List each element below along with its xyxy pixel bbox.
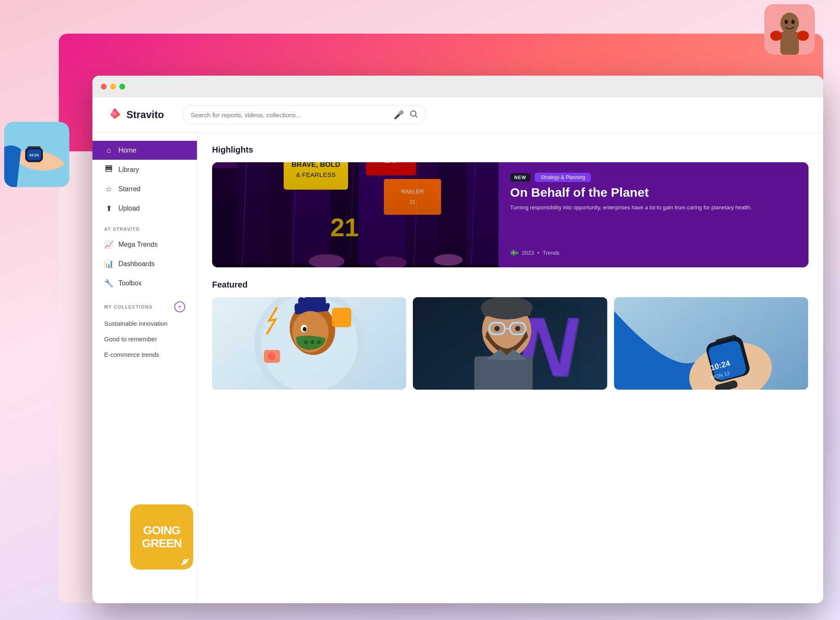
smartwatch-illustration: 10:24 (4, 122, 69, 187)
mac-browser-window: Stravito 🎤 (92, 76, 823, 603)
traffic-light-minimize[interactable] (110, 84, 116, 90)
home-icon: ⌂ (104, 146, 113, 155)
svg-point-57 (317, 340, 321, 344)
browser-toolbar: Stravito 🎤 (92, 98, 823, 132)
content-area: Highlights (197, 132, 823, 603)
city-overlay (212, 162, 499, 267)
browser-content: Stravito 🎤 (92, 98, 823, 603)
featured-card-1[interactable] (212, 297, 406, 390)
traffic-light-close[interactable] (101, 84, 107, 90)
highlights-description: Turning responsibility into opportunity,… (510, 203, 797, 212)
collection-item-good-to-remember[interactable]: Good to remember (92, 331, 197, 347)
svg-point-56 (310, 340, 314, 344)
badge-category: Strategy & Planning (535, 173, 591, 182)
sidebar-item-starred[interactable]: ☆ Starred (92, 179, 197, 199)
featured-grid: N N (212, 297, 808, 390)
svg-point-4 (797, 31, 809, 41)
main-content: ⌂ Home Library (92, 132, 823, 603)
dashboards-icon: 📊 (104, 259, 113, 269)
collections-section: MY COLLECTIONS + Sustainable innovation … (92, 293, 197, 362)
highlights-title: On Behalf of the Planet (510, 185, 797, 200)
featured-card-2[interactable]: N N (413, 297, 607, 390)
sidebar-item-dashboards[interactable]: 📊 Dashboards (92, 254, 197, 274)
svg-point-6 (791, 20, 795, 24)
highlights-meta: 🇸🇪 2023 • Trends (510, 249, 797, 257)
search-bar[interactable]: 🎤 (183, 105, 426, 124)
leaf-icon (180, 556, 190, 566)
search-input[interactable] (191, 111, 389, 119)
svg-rect-2 (780, 32, 799, 55)
my-collections-label: MY COLLECTIONS (104, 304, 152, 309)
svg-point-60 (268, 353, 276, 360)
svg-point-73 (515, 326, 520, 331)
logo-text: Stravito (126, 109, 164, 121)
upload-icon: ⬆ (104, 204, 113, 213)
floating-badge-going-green: GOING GREEN (130, 504, 193, 570)
svg-rect-58 (332, 308, 351, 327)
traffic-light-maximize[interactable] (119, 84, 125, 90)
add-collection-button[interactable]: + (174, 301, 185, 312)
floating-image-boxer (764, 4, 815, 55)
sidebar-item-toolbox[interactable]: 🔧 Toolbox (92, 274, 197, 293)
collections-section-header: MY COLLECTIONS + (92, 293, 197, 316)
stravito-logo-icon (107, 107, 122, 122)
highlights-text-content: NEW Strategy & Planning On Behalf of the… (499, 162, 808, 267)
title-bar (92, 76, 823, 98)
sidebar-item-upload[interactable]: ⬆ Upload (92, 199, 197, 218)
library-icon (104, 165, 113, 174)
collection-item-sustainable[interactable]: Sustainable innovation (92, 316, 197, 331)
highlights-section-title: Highlights (212, 145, 808, 155)
svg-point-3 (770, 31, 782, 41)
badge-text: GOING GREEN (142, 524, 182, 550)
logo-area: Stravito (107, 107, 174, 122)
svg-point-13 (411, 111, 416, 116)
svg-point-72 (494, 326, 499, 331)
highlights-image: BRAVE, BOLD & FEARLESS LG RAELER 2 (212, 162, 499, 267)
svg-point-54 (303, 327, 307, 332)
sidebar-item-home[interactable]: ⌂ Home (92, 141, 197, 160)
featured-card-3[interactable]: 10:24 MON 12 (614, 297, 808, 390)
svg-rect-68 (483, 303, 531, 316)
svg-point-55 (304, 340, 308, 344)
featured-section-title: Featured (212, 280, 808, 290)
svg-text:10:24: 10:24 (29, 153, 39, 157)
mic-icon[interactable]: 🎤 (394, 110, 404, 120)
flag-icon: 🇸🇪 (510, 249, 519, 257)
svg-rect-64 (475, 356, 533, 390)
highlights-card[interactable]: BRAVE, BOLD & FEARLESS LG RAELER 2 (212, 162, 808, 267)
svg-point-5 (785, 20, 788, 24)
toolbox-icon: 🔧 (104, 279, 113, 288)
search-icon[interactable] (409, 109, 418, 121)
sidebar-item-library[interactable]: Library (92, 160, 197, 179)
svg-rect-14 (106, 166, 112, 167)
sidebar-item-mega-trends[interactable]: 📈 Mega Trends (92, 235, 197, 254)
badge-new: NEW (510, 173, 531, 182)
svg-point-1 (780, 13, 799, 34)
floating-image-smartwatch: 10:24 (4, 122, 69, 187)
boxer-illustration (764, 4, 815, 55)
star-icon: ☆ (104, 185, 113, 194)
mega-trends-icon: 📈 (104, 240, 113, 249)
highlights-badges: NEW Strategy & Planning (510, 173, 797, 182)
at-stravito-label: AT STRAVITO (92, 218, 197, 235)
search-icons: 🎤 (394, 109, 418, 121)
collection-item-ecommerce[interactable]: E-commerce trends (92, 347, 197, 362)
